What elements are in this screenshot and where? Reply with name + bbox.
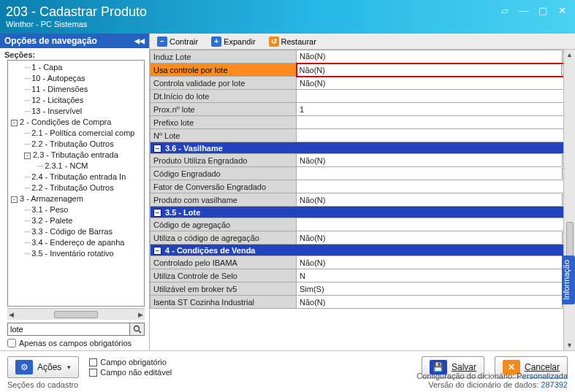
close-button[interactable]: ✕ — [556, 4, 568, 16]
section-toggle-icon[interactable]: − — [153, 247, 161, 255]
only-required-checkbox[interactable] — [7, 339, 16, 347]
grid-row[interactable]: Isenta ST Cozinha IndustrialNão(N)▾ — [151, 296, 575, 309]
field-value[interactable]: ▾ — [297, 167, 575, 180]
expandir-button[interactable]: +Expandir — [207, 36, 259, 47]
tree-node[interactable]: 2.3.1 - NCM — [8, 161, 144, 172]
grid-row[interactable]: Utilizável em broker tv5Sim(S)▾ — [151, 283, 575, 296]
scroll-right-icon[interactable]: ▶ — [138, 311, 143, 318]
section-toggle-icon[interactable]: − — [153, 209, 161, 217]
tree-label: 1 - Capa — [31, 63, 62, 72]
nav-header[interactable]: Opções de navegação ◀◀ — [0, 34, 149, 48]
grid-row[interactable]: Induz LoteNão(N)▾ — [151, 50, 575, 64]
tree-label: 2.4 - Tributação entrada In — [31, 172, 126, 181]
section-title: 3.5 - Lote — [165, 208, 200, 217]
tree-toggle-icon[interactable]: - — [11, 120, 18, 126]
scroll-thumb[interactable] — [54, 311, 98, 318]
field-value[interactable]: Não(N) — [297, 77, 575, 90]
scroll-up-icon[interactable]: ▲ — [566, 51, 573, 58]
grid-row[interactable]: Código Engradado▾ — [151, 167, 575, 180]
section-title: 3.6 - Vasilhame — [165, 144, 223, 153]
field-value[interactable] — [297, 116, 575, 129]
acoes-button[interactable]: ⚙ Ações ▾ — [7, 356, 79, 378]
dropdown-icon: ▾ — [67, 364, 71, 371]
grid-row[interactable]: Produto Utiliza EngradadoNão(N)▾ — [151, 154, 575, 167]
field-label: Dt.Início do lote — [151, 90, 297, 103]
popout-button[interactable]: ▱ — [499, 4, 511, 16]
tree-node[interactable]: 12 - Licitações — [8, 95, 144, 106]
field-value[interactable]: Não(N)▾ — [297, 231, 575, 245]
grid-row[interactable]: Controla validade por loteNão(N) — [151, 77, 575, 90]
tree-toggle-icon[interactable]: - — [11, 196, 18, 203]
field-value[interactable]: Não(N)▾ — [297, 50, 575, 64]
minimize-button[interactable]: — — [518, 4, 530, 16]
tree-node[interactable]: 3.2 - Palete — [8, 215, 144, 226]
property-grid[interactable]: Induz LoteNão(N)▾Usa controle por loteNã… — [150, 50, 575, 309]
field-value[interactable]: N — [297, 269, 575, 283]
grid-row[interactable]: Produto com vasilhameNão(N)▾ — [151, 193, 575, 207]
tree-view[interactable]: 1 - Capa10 - Autopeças11 - Dimensões12 -… — [7, 60, 145, 307]
scroll-down-icon[interactable]: ▼ — [566, 342, 573, 349]
tree-node[interactable]: -3 - Armazenagem — [8, 193, 144, 204]
nav-collapse-icon[interactable]: ◀◀ — [134, 37, 145, 45]
field-value[interactable] — [297, 129, 575, 142]
tree-node[interactable]: -2.3 - Tributação entrada — [8, 150, 144, 161]
grid-row[interactable]: Usa controle por loteNão(N)▾ — [151, 64, 575, 77]
tree-node[interactable]: 13 - Inservível — [8, 106, 144, 117]
grid-row[interactable]: Código de agregação — [151, 218, 575, 231]
maximize-button[interactable]: ▢ — [537, 4, 549, 16]
tree-node[interactable]: 2.2 - Tributação Outros — [8, 139, 144, 150]
field-value[interactable]: 1 — [297, 103, 575, 116]
search-button[interactable] — [130, 323, 145, 336]
grid-row[interactable]: Dt.Início do lote — [151, 90, 575, 103]
window-subtitle: Winthor - PC Sistemas — [6, 20, 147, 28]
tree-node[interactable]: 3.4 - Endereço de apanha — [8, 237, 144, 248]
field-value[interactable] — [297, 90, 575, 103]
contrair-button[interactable]: −Contrair — [153, 36, 202, 47]
field-value[interactable]: Não(N)▾ — [297, 296, 575, 309]
tree-node[interactable]: -2 - Condições de Compra — [8, 117, 144, 128]
grid-row[interactable]: Fator de Conversão Engradado — [151, 180, 575, 193]
field-value[interactable]: Não(N)▾ — [297, 193, 575, 207]
section-header[interactable]: −3.5 - Lote — [151, 207, 575, 218]
field-label: Controlado pelo IBAMA — [151, 256, 297, 269]
field-value[interactable]: Não(N)▾ — [297, 64, 575, 77]
restaurar-button[interactable]: ↺Restaurar — [264, 36, 321, 47]
field-label: Controla validade por lote — [151, 77, 297, 90]
tree-node[interactable]: 2.1 - Política comercial comp — [8, 128, 144, 139]
grid-row[interactable]: Utiliza Controle de SeloN — [151, 269, 575, 283]
section-header[interactable]: −4 - Condições de Venda — [151, 245, 575, 256]
grid-vscrollbar[interactable]: ▲ ▼ — [563, 50, 575, 350]
tree-label: 3.2 - Palete — [31, 216, 72, 225]
tree-node[interactable]: 3.3 - Código de Barras — [8, 226, 144, 237]
info-tab[interactable]: Informação — [562, 255, 575, 304]
field-value[interactable] — [297, 180, 575, 193]
tree-node[interactable]: 11 - Dimensões — [8, 84, 144, 95]
search-input[interactable] — [7, 323, 130, 336]
grid-row[interactable]: Nº Lote — [151, 129, 575, 142]
tree-label: 2 - Condições de Compra — [20, 118, 111, 126]
tree-toggle-icon[interactable]: - — [24, 153, 31, 159]
tree-label: 3.4 - Endereço de apanha — [31, 238, 124, 247]
tree-node[interactable]: 10 - Autopeças — [8, 73, 144, 84]
grid-row[interactable]: Utiliza o código de agregaçãoNão(N)▾ — [151, 231, 575, 245]
tree-node[interactable]: 1 - Capa — [8, 62, 144, 73]
left-panel: Opções de navegação ◀◀ Seções: 1 - Capa1… — [0, 34, 150, 350]
field-value[interactable] — [297, 218, 575, 231]
tree-label: 3.3 - Código de Barras — [31, 227, 113, 236]
tree-node[interactable]: 3.1 - Peso — [8, 204, 144, 215]
grid-row[interactable]: Controlado pelo IBAMANão(N)▾ — [151, 256, 575, 269]
scroll-left-icon[interactable]: ◀ — [9, 311, 14, 318]
search-icon — [133, 325, 142, 334]
section-toggle-icon[interactable]: − — [153, 145, 161, 153]
tree-node[interactable]: 2.2 - Tributação Outros — [8, 182, 144, 193]
field-value[interactable]: Não(N)▾ — [297, 154, 575, 167]
field-value[interactable]: Sim(S)▾ — [297, 283, 575, 296]
tree-node[interactable]: 3.5 - Inventário rotativo — [8, 248, 144, 259]
field-label: Código de agregação — [151, 218, 297, 231]
section-header[interactable]: −3.6 - Vasilhame — [151, 142, 575, 154]
field-value[interactable]: Não(N)▾ — [297, 256, 575, 269]
tree-node[interactable]: 2.4 - Tributação entrada In — [8, 172, 144, 182]
grid-row[interactable]: Prox.nº lote1 — [151, 103, 575, 116]
grid-row[interactable]: Prefixo lote — [151, 116, 575, 129]
tree-hscrollbar[interactable]: ◀ ▶ — [7, 308, 145, 320]
